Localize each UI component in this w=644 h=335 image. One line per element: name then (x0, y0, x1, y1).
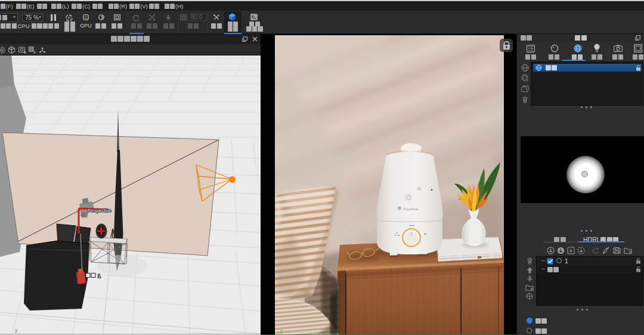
svg-text:1: 1 (98, 273, 101, 279)
svg-text:Perspective: Perspective (88, 208, 111, 213)
svg-text:y: y (15, 327, 18, 333)
svg-text:G: G (84, 16, 87, 20)
svg-text:P: P (68, 16, 71, 20)
